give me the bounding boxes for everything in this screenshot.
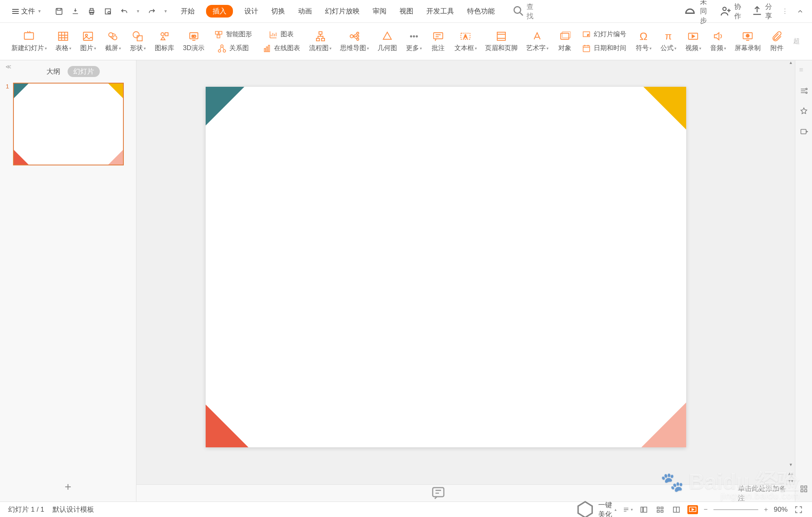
zoom-in-icon[interactable]: + [764, 506, 768, 514]
demo3d-button[interactable]: 3D3D演示 [180, 29, 208, 54]
extra-button[interactable]: 超 [790, 35, 804, 47]
collab-button[interactable]: 协作 [720, 2, 742, 21]
tab-home[interactable]: 开始 [179, 4, 196, 18]
slide-thumbnail[interactable] [13, 83, 124, 165]
vertical-scrollbar[interactable]: ▲ ▼ ▴▴ ▾▾ [787, 60, 795, 484]
symbol-button[interactable]: Ω符号▾ [632, 29, 655, 54]
tab-view[interactable]: 视图 [398, 4, 415, 18]
tab-animation[interactable]: 动画 [296, 4, 314, 18]
reading-view-icon[interactable] [671, 505, 682, 514]
beautify-button[interactable]: 一键美化▴ [575, 499, 617, 517]
thumb-tri-tl [14, 84, 29, 98]
export-icon[interactable] [799, 127, 808, 136]
menu-bar: 文件 ▼ ▼ ▼ 开始 插入 设计 切换 动画 幻灯片放映 审阅 视图 开发工具… [0, 0, 812, 23]
picture-button[interactable]: 图片▾ [77, 29, 100, 54]
tab-features[interactable]: 特色功能 [465, 4, 496, 18]
thumbnail-row: 1 [6, 83, 130, 165]
tab-insert[interactable]: 插入 [206, 5, 233, 18]
attachment-button[interactable]: 附件 [766, 29, 788, 54]
relation-label: 关系图 [229, 44, 249, 53]
smartart-button[interactable]: 智能图形 [210, 28, 256, 41]
svg-rect-44 [583, 46, 590, 52]
search-box[interactable]: 查找 [510, 0, 536, 23]
tab-devtools[interactable]: 开发工具 [425, 4, 456, 18]
svg-point-50 [805, 92, 807, 94]
print-preview-icon[interactable] [103, 7, 112, 16]
zoom-value[interactable]: 90% [774, 506, 788, 514]
print-icon[interactable] [87, 7, 96, 16]
zoom-slider[interactable] [713, 509, 758, 510]
slidenum-button[interactable]: #幻灯片编号 [577, 28, 630, 41]
video-button[interactable]: 视频▾ [682, 29, 705, 54]
iconlib-button[interactable]: 图标库 [151, 29, 178, 54]
screenshot-button[interactable]: 截屏▾ [101, 29, 125, 54]
normal-view-icon[interactable] [639, 505, 649, 514]
svg-rect-8 [24, 33, 34, 39]
sorter-view-icon[interactable] [655, 505, 665, 514]
settings-icon[interactable] [799, 86, 808, 95]
undo-dropdown-icon[interactable]: ▼ [136, 9, 140, 13]
new-slide-icon [23, 30, 35, 42]
flowchart-button[interactable]: 流程图▾ [306, 29, 335, 54]
table-button[interactable]: 表格▾ [52, 29, 75, 54]
sync-status[interactable]: 未同步 [682, 0, 711, 25]
save-icon[interactable] [55, 7, 64, 16]
file-menu[interactable]: 文件 ▼ [8, 5, 46, 18]
svg-rect-17 [165, 33, 168, 36]
share-button[interactable]: 分享 [751, 2, 773, 21]
headerfooter-button[interactable]: 页眉和页脚 [482, 29, 521, 54]
collapse-panel-icon[interactable]: << [6, 64, 10, 70]
equation-button[interactable]: π公式▾ [657, 29, 680, 54]
shape-label: 形状 [130, 44, 143, 53]
collapse-ribbon-icon[interactable] [797, 8, 804, 15]
tab-design[interactable]: 设计 [243, 4, 260, 18]
textbox-button[interactable]: A文本框▾ [451, 29, 480, 54]
tab-transition[interactable]: 切换 [270, 4, 287, 18]
object-button[interactable]: 对象 [554, 29, 576, 54]
onlinechart-button[interactable]: 在线图表 [258, 42, 304, 55]
scroll-up-icon[interactable]: ▲ [787, 60, 795, 68]
more-menu-icon[interactable]: ⋮ [781, 7, 788, 15]
thumb-tri-br [108, 150, 123, 165]
zoom-out-icon[interactable]: − [704, 506, 708, 514]
svg-rect-30 [316, 38, 320, 41]
grid-icon[interactable] [799, 484, 808, 493]
audio-button[interactable]: 音频▾ [707, 29, 730, 54]
redo-icon[interactable] [147, 7, 156, 16]
annotation-label: 批注 [432, 44, 445, 53]
mindmap-button[interactable]: 思维导图▾ [337, 29, 373, 54]
wordart-button[interactable]: 艺术字▾ [522, 29, 552, 54]
shape-button[interactable]: 形状▾ [126, 29, 149, 54]
scroll-down-icon[interactable]: ▼ [787, 462, 795, 470]
datetime-button[interactable]: 日期和时间 [577, 42, 630, 55]
chart-button[interactable]: 图表 [258, 28, 304, 41]
relation-button[interactable]: 关系图 [210, 42, 256, 55]
textbox-label: 文本框 [454, 44, 474, 53]
tab-review[interactable]: 审阅 [371, 4, 388, 18]
prev-slide-icon[interactable]: ▴▴ [788, 471, 793, 476]
star-icon[interactable] [799, 107, 808, 116]
fit-icon[interactable] [793, 505, 804, 514]
smartart-icon [214, 30, 224, 40]
outline-tab[interactable]: 大纲 [46, 67, 60, 76]
screenrecord-button[interactable]: 屏幕录制 [731, 29, 764, 54]
next-slide-icon[interactable]: ▾▾ [788, 478, 793, 484]
qat-dropdown-icon[interactable]: ▼ [164, 9, 168, 13]
undo-icon[interactable] [120, 7, 129, 16]
slides-tab[interactable]: 幻灯片 [68, 66, 100, 77]
slide-tri-bl [206, 405, 248, 447]
tab-slideshow[interactable]: 幻灯片放映 [323, 4, 361, 18]
new-slide-button[interactable]: 新建幻灯片▾ [8, 29, 50, 54]
wordart-label: 艺术字 [526, 44, 546, 53]
slide-canvas[interactable] [206, 87, 686, 447]
drag-handle-icon[interactable]: ≡ [799, 66, 808, 75]
save-as-icon[interactable] [71, 7, 80, 16]
notes-view-icon[interactable]: ▾ [622, 505, 633, 514]
slideshow-view-icon[interactable] [687, 505, 698, 514]
annotation-button[interactable]: 批注 [427, 29, 449, 54]
geometry-button[interactable]: 几何图 [374, 29, 401, 54]
workspace: << 大纲 幻灯片 1 + ▲ ▼ ▴▴ ▾▾ [0, 60, 812, 502]
more-button[interactable]: •••更多▾ [402, 29, 426, 54]
slide-nav-icons: ▴▴ ▾▾ [787, 470, 795, 484]
add-slide-button[interactable]: + [65, 480, 71, 493]
